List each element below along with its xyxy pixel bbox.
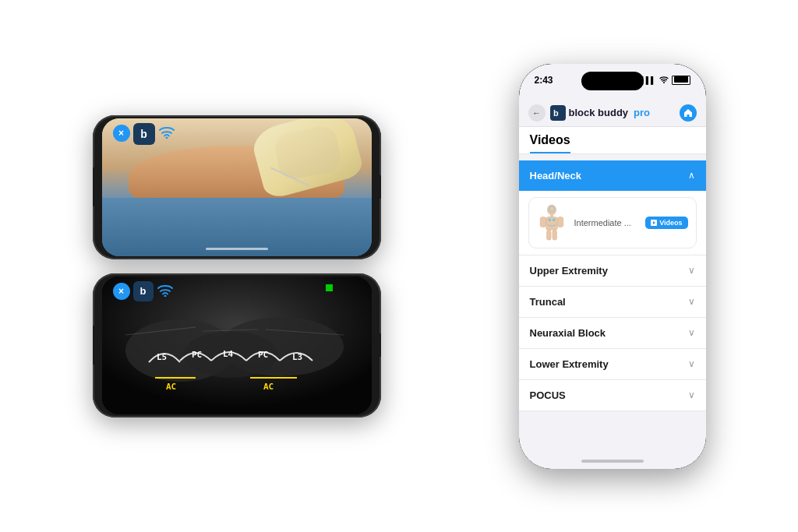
svg-text:AC: AC bbox=[166, 382, 176, 392]
videos-title: Videos bbox=[530, 133, 570, 153]
svg-rect-28 bbox=[552, 230, 556, 240]
svg-point-29 bbox=[548, 218, 551, 221]
ultrasound-view: L5 PC L4 PC L3 AC AC × b bbox=[102, 277, 372, 414]
accordion-item-pocus: POCUS ∨ bbox=[519, 380, 706, 411]
svg-text:PC: PC bbox=[258, 350, 268, 360]
accordion-label-truncal: Truncal bbox=[530, 296, 566, 308]
accordion-label-lower-extremity: Lower Extremity bbox=[530, 358, 609, 370]
app-name-suffix: pro bbox=[634, 107, 650, 118]
accordion-item-lower-extremity: Lower Extremity ∨ bbox=[519, 349, 706, 380]
svg-rect-24 bbox=[546, 217, 557, 230]
scene: × b bbox=[0, 0, 798, 532]
notch-left bbox=[93, 167, 96, 206]
wifi-status-icon bbox=[659, 76, 669, 85]
videos-title-wrapper: Videos bbox=[519, 127, 706, 154]
accordion-label-neuraxial-block: Neuraxial Block bbox=[530, 327, 606, 339]
close-button-bottom[interactable]: × bbox=[113, 283, 130, 300]
green-dot bbox=[326, 284, 333, 291]
app-content: ← b block buddy pro bbox=[519, 64, 706, 469]
chevron-pocus: ∨ bbox=[688, 389, 695, 400]
wifi-icon-top bbox=[158, 125, 175, 143]
accordion-item-truncal: Truncal ∨ bbox=[519, 287, 706, 318]
left-phones-container: × b bbox=[93, 115, 381, 417]
logo-top: b bbox=[133, 123, 175, 145]
right-phone-screen: 2:43 ▌▌▌ bbox=[519, 64, 706, 469]
body-card-text: Intermediate ... bbox=[574, 218, 638, 227]
svg-text:L3: L3 bbox=[292, 352, 302, 362]
accordion-item-neuraxial-block: Neuraxial Block ∨ bbox=[519, 318, 706, 349]
accordion-label-head-neck: Head/Neck bbox=[530, 170, 581, 181]
top-phone-screen: × b bbox=[102, 118, 372, 256]
chevron-neuraxial-block: ∨ bbox=[688, 327, 695, 338]
accordion-container: Head/Neck ∧ bbox=[519, 154, 706, 469]
ultrasound-screen: L5 PC L4 PC L3 AC AC × b bbox=[102, 277, 372, 414]
surgical-scene: × b bbox=[102, 118, 372, 256]
body-figure bbox=[537, 204, 567, 241]
home-button[interactable] bbox=[680, 104, 697, 122]
logo-icon-bottom: b bbox=[133, 281, 154, 301]
logo-bottom: b bbox=[133, 281, 174, 301]
phone-bottom: L5 PC L4 PC L3 AC AC × b bbox=[93, 273, 381, 417]
status-bar: 2:43 ▌▌▌ bbox=[535, 75, 690, 86]
back-button[interactable]: ← bbox=[528, 104, 546, 122]
svg-rect-25 bbox=[540, 217, 546, 227]
svg-rect-26 bbox=[557, 217, 563, 227]
accordion-header-head-neck[interactable]: Head/Neck ∧ bbox=[519, 160, 706, 191]
accordion-header-truncal[interactable]: Truncal ∨ bbox=[519, 287, 706, 317]
svg-rect-27 bbox=[546, 230, 551, 240]
svg-point-19 bbox=[663, 82, 665, 83]
phone-right: 2:43 ▌▌▌ bbox=[519, 64, 706, 469]
battery-icon bbox=[672, 76, 690, 85]
svg-text:L4: L4 bbox=[223, 349, 234, 359]
videos-tag[interactable]: Videos bbox=[645, 217, 687, 229]
app-header: ← b block buddy pro bbox=[519, 98, 706, 127]
chevron-lower-extremity: ∨ bbox=[688, 358, 695, 369]
svg-text:AC: AC bbox=[263, 382, 274, 392]
accordion-header-pocus[interactable]: POCUS ∨ bbox=[519, 380, 706, 410]
notch-right-bottom bbox=[375, 333, 381, 357]
accordion-header-lower-extremity[interactable]: Lower Extremity ∨ bbox=[519, 349, 706, 379]
svg-point-18 bbox=[164, 294, 166, 297]
videos-tag-label: Videos bbox=[659, 219, 682, 227]
accordion-label-upper-extremity: Upper Extremity bbox=[530, 265, 608, 277]
status-time: 2:43 bbox=[535, 75, 553, 86]
svg-point-30 bbox=[552, 218, 555, 221]
progress-bar-top bbox=[206, 248, 268, 250]
accordion-item-upper-extremity: Upper Extremity ∨ bbox=[519, 255, 706, 287]
logo-icon-top: b bbox=[133, 123, 155, 145]
svg-text:PC: PC bbox=[192, 350, 202, 360]
accordion-item-head-neck: Head/Neck ∧ bbox=[519, 160, 706, 255]
phone-top: × b bbox=[93, 115, 381, 259]
svg-rect-23 bbox=[550, 213, 553, 217]
notch-left-bottom bbox=[93, 326, 96, 365]
app-logo: b bbox=[550, 105, 566, 121]
chevron-head-neck: ∧ bbox=[688, 170, 695, 181]
svg-text:b: b bbox=[553, 108, 559, 118]
accordion-header-neuraxial-block[interactable]: Neuraxial Block ∨ bbox=[519, 318, 706, 348]
close-button-top[interactable]: × bbox=[113, 125, 130, 142]
app-logo-row: b block buddy pro bbox=[550, 105, 675, 121]
app-name: block buddy bbox=[569, 107, 629, 118]
chevron-truncal: ∨ bbox=[688, 296, 695, 307]
notch-right bbox=[375, 175, 381, 199]
accordion-content-head-neck: Intermediate ... Videos bbox=[519, 191, 706, 255]
body-card: Intermediate ... Videos bbox=[528, 197, 697, 248]
status-icons: ▌▌▌ bbox=[641, 76, 690, 85]
wifi-icon-bottom bbox=[157, 283, 174, 300]
chevron-upper-extremity: ∨ bbox=[688, 265, 695, 276]
accordion-label-pocus: POCUS bbox=[530, 389, 566, 401]
home-indicator bbox=[581, 460, 644, 463]
svg-text:L5: L5 bbox=[157, 352, 167, 362]
accordion-header-upper-extremity[interactable]: Upper Extremity ∨ bbox=[519, 255, 706, 286]
svg-point-0 bbox=[165, 137, 168, 139]
signal-icon: ▌▌▌ bbox=[641, 76, 655, 84]
